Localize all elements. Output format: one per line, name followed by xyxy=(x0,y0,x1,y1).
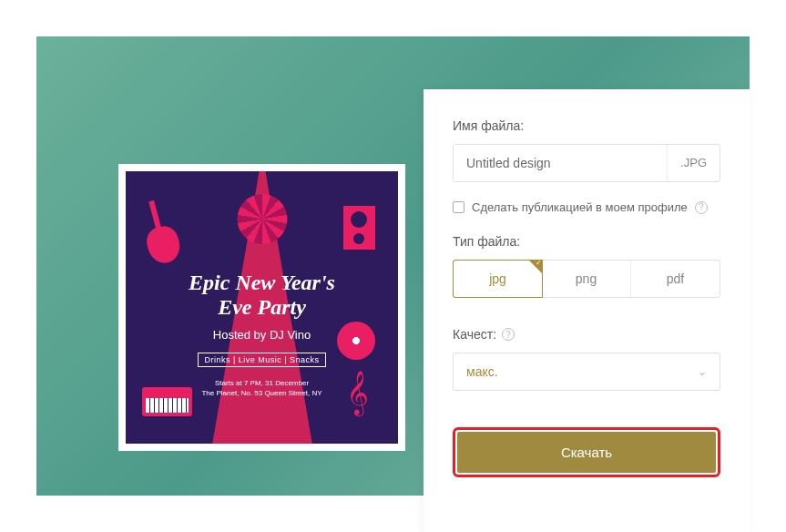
help-icon[interactable]: ? xyxy=(695,201,708,214)
design-preview: 𝄞 Epic New Year's Eve Party Hosted by DJ… xyxy=(118,164,405,451)
filetype-tab-jpg-label: jpg xyxy=(489,271,506,286)
filename-label: Имя файла: xyxy=(453,118,720,133)
download-panel: Имя файла: .JPG Сделать публикацией в мо… xyxy=(424,89,750,532)
poster-text-block: Epic New Year's Eve Party Hosted by DJ V… xyxy=(126,171,398,444)
poster-subtitle: Hosted by DJ Vino xyxy=(213,328,311,342)
filetype-tab-jpg[interactable]: jpg xyxy=(453,260,543,298)
canvas-stage: 𝄞 Epic New Year's Eve Party Hosted by DJ… xyxy=(36,36,750,496)
download-button[interactable]: Скачать xyxy=(457,432,716,473)
publish-checkbox-label: Сделать публикацией в моем профиле xyxy=(472,200,688,214)
poster-design: 𝄞 Epic New Year's Eve Party Hosted by DJ… xyxy=(126,171,398,444)
filename-input[interactable] xyxy=(454,145,667,181)
filetype-label: Тип файла: xyxy=(453,234,720,249)
check-icon xyxy=(528,260,543,274)
quality-label-row: Качест: ? xyxy=(453,327,720,342)
filetype-tab-png[interactable]: png xyxy=(542,261,631,297)
poster-info: Starts at 7 PM, 31 December The Planet, … xyxy=(201,378,322,398)
filetype-tab-pdf[interactable]: pdf xyxy=(631,261,720,297)
poster-title: Epic New Year's Eve Party xyxy=(189,271,335,319)
poster-info-time: Starts at 7 PM, 31 December xyxy=(201,378,322,388)
publish-checkbox-row[interactable]: Сделать публикацией в моем профиле ? xyxy=(453,200,720,214)
quality-select[interactable]: макс. ⌄ xyxy=(453,353,720,391)
filetype-tabs: jpg png pdf xyxy=(453,260,720,298)
poster-info-venue: The Planet, No. 53 Queen Street, NY xyxy=(201,388,322,398)
poster-title-line1: Epic New Year's xyxy=(189,271,335,294)
download-button-highlight: Скачать xyxy=(453,427,720,477)
filename-extension: .JPG xyxy=(667,145,720,181)
quality-label: Качест: xyxy=(453,327,496,342)
filename-input-group: .JPG xyxy=(453,144,720,182)
publish-checkbox[interactable] xyxy=(453,201,464,213)
poster-tags: Drinks | Live Music | Snacks xyxy=(198,353,325,367)
poster-title-line2: Eve Party xyxy=(189,295,335,319)
quality-value: макс. xyxy=(466,364,498,379)
help-icon[interactable]: ? xyxy=(502,328,515,341)
chevron-down-icon: ⌄ xyxy=(698,365,707,378)
